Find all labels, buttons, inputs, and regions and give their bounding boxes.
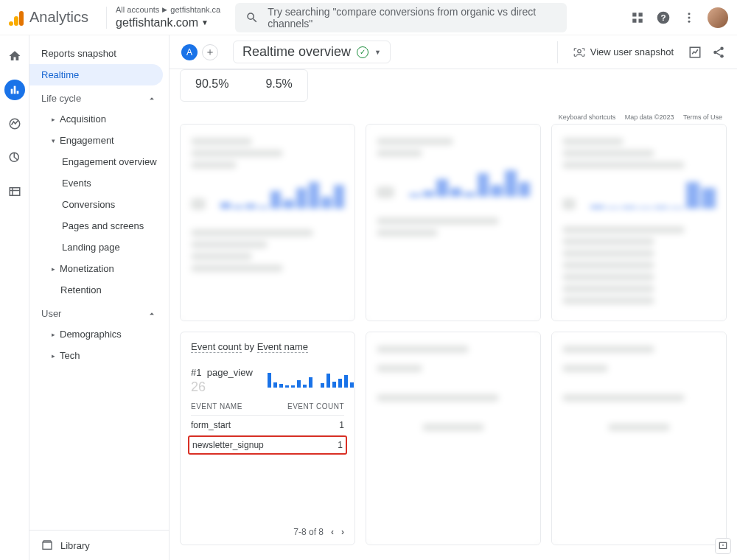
rail-configure[interactable]: [4, 181, 25, 202]
content-scroll[interactable]: 90.5% 9.5% Keyboard shortcuts Map data ©…: [170, 69, 737, 560]
svg-rect-0: [632, 13, 636, 16]
nav-demographics[interactable]: ▸Demographics: [29, 323, 169, 345]
card-views-by-page[interactable]: [551, 124, 727, 321]
event-table-header: EVENT NAME EVENT COUNT: [191, 395, 344, 416]
nav-library[interactable]: Library: [29, 530, 169, 560]
rail-explore[interactable]: [4, 113, 25, 134]
caret-down-icon: ▼: [374, 49, 381, 56]
divider: [557, 41, 558, 63]
svg-point-19: [713, 50, 717, 54]
metric-link[interactable]: Event count: [191, 341, 242, 353]
card-users-by-audience[interactable]: [366, 124, 541, 321]
chevron-right-icon: ▶: [162, 6, 167, 14]
card-users-by-source[interactable]: [180, 124, 355, 321]
svg-rect-1: [639, 13, 643, 16]
svg-rect-10: [13, 86, 15, 94]
svg-rect-2: [632, 18, 636, 22]
nav-pages-screens[interactable]: Pages and screens: [29, 215, 169, 237]
pager-prev[interactable]: ‹: [331, 527, 334, 537]
rail-advertising[interactable]: [4, 147, 25, 168]
user-avatar[interactable]: [708, 7, 728, 28]
nav-engagement[interactable]: ▾Engagement: [29, 130, 169, 151]
dimension-link[interactable]: Event name: [257, 341, 308, 353]
alert-icon: [718, 541, 728, 551]
share-icon[interactable]: [712, 46, 725, 59]
card-conversions[interactable]: [366, 332, 541, 545]
map-credits: Keyboard shortcuts Map data ©2023 Terms …: [180, 111, 727, 124]
nav-section-lifecycle[interactable]: Life cycle: [29, 85, 169, 108]
product-name: Analytics: [29, 9, 88, 26]
sparkline-bars: [268, 363, 355, 388]
rail-reports[interactable]: [4, 80, 25, 100]
svg-point-20: [720, 55, 724, 58]
account-domain: getfishtank.com: [116, 15, 198, 29]
apps-icon[interactable]: [631, 11, 644, 24]
page-title: Realtime overview: [242, 44, 351, 60]
divider: [106, 7, 107, 29]
card-users-by-property[interactable]: [551, 332, 727, 545]
comparison-chip[interactable]: A: [181, 44, 198, 60]
search-box[interactable]: Try searching "compare conversions from …: [235, 3, 567, 32]
pager-next[interactable]: ›: [341, 527, 344, 537]
rail-home[interactable]: [4, 46, 25, 66]
nav-reports-snapshot[interactable]: Reports snapshot: [29, 43, 169, 64]
caret-right-icon: ▸: [52, 265, 55, 273]
library-icon: [41, 539, 53, 551]
check-circle-icon: ✓: [357, 46, 368, 58]
event-card-title: Event count by Event name: [191, 341, 344, 352]
insights-icon[interactable]: [688, 46, 702, 59]
product-logo[interactable]: Analytics: [9, 9, 88, 26]
nav-tech[interactable]: ▸Tech: [29, 345, 169, 366]
feedback-badge[interactable]: [715, 538, 731, 554]
search-placeholder: Try searching "compare conversions from …: [268, 6, 556, 29]
page-title-selector[interactable]: Realtime overview ✓ ▼: [233, 41, 391, 63]
nav-realtime[interactable]: Realtime: [29, 64, 163, 85]
nav-landing-page[interactable]: Landing page: [29, 237, 169, 258]
svg-text:?: ?: [660, 13, 666, 22]
svg-rect-14: [10, 188, 20, 196]
nav-section-user[interactable]: User: [29, 301, 169, 323]
nav-engagement-overview[interactable]: Engagement overview: [29, 151, 169, 172]
stat-mini-card: 90.5% 9.5%: [180, 69, 308, 102]
svg-point-16: [578, 49, 581, 53]
side-nav: Reports snapshot Realtime Life cycle ▸Ac…: [29, 35, 170, 560]
more-vert-icon[interactable]: [682, 11, 696, 24]
table-row-highlighted[interactable]: newsletter_signup 1: [188, 435, 347, 455]
account-path-1: All accounts: [116, 5, 159, 15]
svg-point-8: [688, 20, 691, 22]
content-header: A ＋ Realtime overview ✓ ▼ View user snap…: [170, 35, 737, 69]
caret-right-icon: ▸: [52, 116, 55, 123]
view-user-snapshot-button[interactable]: View user snapshot: [568, 43, 678, 62]
user-snapshot-icon: [573, 46, 586, 59]
table-row[interactable]: form_start 1: [191, 416, 344, 435]
help-icon[interactable]: ?: [656, 10, 671, 25]
mini-rail: [0, 35, 29, 560]
analytics-logo-icon: [9, 10, 25, 26]
pager: 7-8 of 8 ‹ ›: [293, 527, 344, 537]
stat-2: 9.5%: [265, 77, 292, 91]
nav-events[interactable]: Events: [29, 172, 169, 194]
account-selector[interactable]: All accounts ▶ getfishtank.ca getfishtan…: [116, 5, 220, 29]
nav-monetization[interactable]: ▸Monetization: [29, 258, 169, 279]
caret-down-icon: ▾: [52, 137, 55, 144]
stat-1: 90.5%: [195, 77, 228, 91]
svg-point-6: [688, 13, 691, 15]
search-icon: [245, 11, 259, 24]
nav-retention[interactable]: Retention: [29, 279, 169, 301]
add-comparison-button[interactable]: ＋: [202, 44, 218, 60]
caret-down-icon: ▼: [201, 18, 209, 27]
chevron-up-icon: [147, 94, 157, 104]
svg-rect-9: [10, 89, 13, 94]
chevron-up-icon: [147, 309, 157, 319]
svg-rect-3: [639, 18, 643, 22]
top-bar: Analytics All accounts ▶ getfishtank.ca …: [0, 0, 737, 35]
card-event-count[interactable]: Event count by Event name #1 page_view 2…: [180, 332, 355, 545]
nav-conversions[interactable]: Conversions: [29, 194, 169, 215]
svg-rect-11: [16, 91, 18, 94]
caret-right-icon: ▸: [52, 331, 55, 338]
nav-acquisition[interactable]: ▸Acquisition: [29, 108, 169, 130]
svg-point-18: [720, 46, 724, 50]
svg-point-7: [688, 16, 691, 18]
caret-right-icon: ▸: [52, 352, 55, 360]
svg-rect-15: [43, 542, 52, 549]
